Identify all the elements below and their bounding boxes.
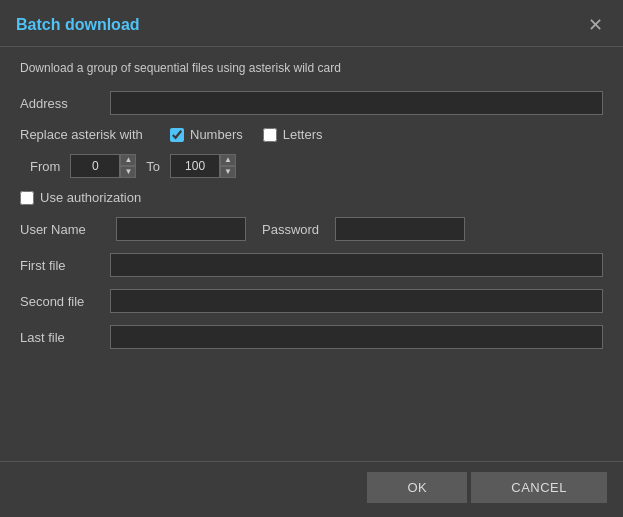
last-file-input[interactable] <box>110 325 603 349</box>
replace-label: Replace asterisk with <box>20 127 150 142</box>
replace-row: Replace asterisk with Numbers Letters <box>20 127 603 142</box>
close-button[interactable]: ✕ <box>584 14 607 36</box>
dialog-content: Download a group of sequential files usi… <box>0 47 623 461</box>
from-spin-up[interactable]: ▲ <box>120 154 136 166</box>
first-file-row: First file <box>20 253 603 277</box>
from-to-row: From 0 ▲ ▼ To 100 ▲ ▼ <box>30 154 603 178</box>
dialog-footer: OK CANCEL <box>0 461 623 517</box>
to-spin-up[interactable]: ▲ <box>220 154 236 166</box>
username-label: User Name <box>20 222 100 237</box>
second-file-row: Second file <box>20 289 603 313</box>
from-spin-down[interactable]: ▼ <box>120 166 136 178</box>
address-label: Address <box>20 96 100 111</box>
first-file-input[interactable] <box>110 253 603 277</box>
from-spinbox: 0 ▲ ▼ <box>70 154 136 178</box>
ok-button[interactable]: OK <box>367 472 467 503</box>
username-input[interactable] <box>116 217 246 241</box>
dialog-description: Download a group of sequential files usi… <box>20 61 603 75</box>
to-spinbox: 100 ▲ ▼ <box>170 154 236 178</box>
address-row: Address <box>20 91 603 115</box>
use-auth-text: Use authorization <box>40 190 141 205</box>
second-file-label: Second file <box>20 294 100 309</box>
last-file-label: Last file <box>20 330 100 345</box>
auth-row: Use authorization <box>20 190 603 205</box>
address-input[interactable] <box>110 91 603 115</box>
from-input[interactable]: 0 <box>70 154 120 178</box>
password-input[interactable] <box>335 217 465 241</box>
batch-download-dialog: Batch download ✕ Download a group of seq… <box>0 0 623 517</box>
numbers-checkbox[interactable] <box>170 128 184 142</box>
password-label: Password <box>262 222 319 237</box>
last-file-row: Last file <box>20 325 603 349</box>
first-file-label: First file <box>20 258 100 273</box>
cancel-button[interactable]: CANCEL <box>471 472 607 503</box>
to-label: To <box>146 159 160 174</box>
use-auth-checkbox[interactable] <box>20 191 34 205</box>
to-spin-down[interactable]: ▼ <box>220 166 236 178</box>
user-pass-row: User Name Password <box>20 217 603 241</box>
second-file-input[interactable] <box>110 289 603 313</box>
letters-checkbox[interactable] <box>263 128 277 142</box>
title-bar: Batch download ✕ <box>0 0 623 47</box>
from-label: From <box>30 159 60 174</box>
use-auth-label[interactable]: Use authorization <box>20 190 141 205</box>
numbers-checkbox-label[interactable]: Numbers <box>170 127 243 142</box>
from-spin-buttons: ▲ ▼ <box>120 154 136 178</box>
numbers-label: Numbers <box>190 127 243 142</box>
letters-checkbox-label[interactable]: Letters <box>263 127 323 142</box>
to-spin-buttons: ▲ ▼ <box>220 154 236 178</box>
to-input[interactable]: 100 <box>170 154 220 178</box>
letters-label: Letters <box>283 127 323 142</box>
dialog-title: Batch download <box>16 16 140 34</box>
